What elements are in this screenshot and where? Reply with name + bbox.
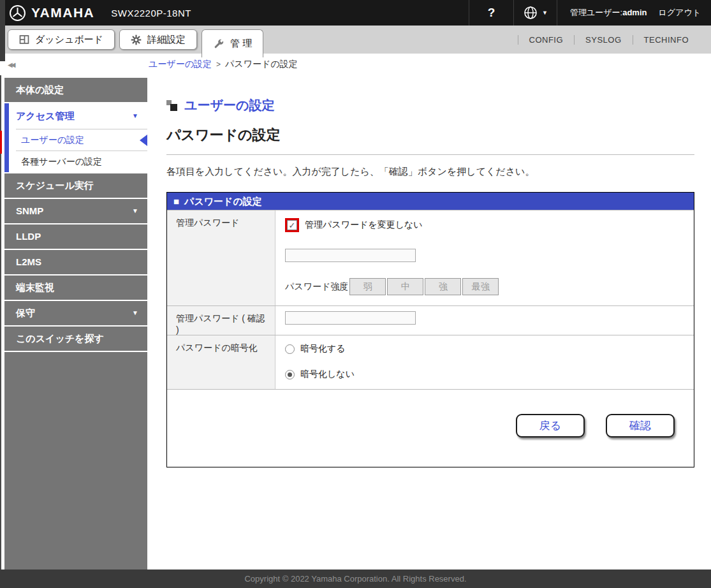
tab-bar: ダッシュボード 詳細設定 管 理 CONFIG SYSL xyxy=(0,26,711,54)
caret-down-icon: ▼ xyxy=(132,103,138,129)
sidebar-highlight-marker xyxy=(0,131,2,154)
strength-level-strong: 強 xyxy=(425,278,461,295)
section-bullet-icon xyxy=(166,100,177,111)
footer-bar: Copyright © 2022 Yamaha Corporation. All… xyxy=(0,570,711,588)
sidebar-item-l2ms[interactable]: L2MS xyxy=(4,250,147,274)
sidebar-item-find-this-switch[interactable]: このスイッチを探す xyxy=(4,327,147,351)
confirm-password-label: 管理パスワード ( 確認 ) xyxy=(167,306,275,335)
syslog-link[interactable]: SYSLOG xyxy=(575,35,632,45)
password-settings-form: ■ パスワードの設定 管理パスワード 管理パスワードを変更しない パスワード強度 xyxy=(166,192,694,467)
section-heading-link[interactable]: ユーザーの設定 xyxy=(166,97,694,114)
header-bullet: ■ xyxy=(173,193,179,210)
help-button[interactable]: ? xyxy=(469,0,513,26)
sidebar-group-access-management: アクセス管理 ▼ ユーザーの設定 各種サーバーの設定 xyxy=(4,103,147,172)
no-encrypt-radio-label: 暗号化しない xyxy=(300,369,355,380)
back-button[interactable]: 戻る xyxy=(516,414,585,437)
sidebar-nav: 本体の設定 アクセス管理 ▼ ユーザーの設定 各種サーバーの設定 スケジュール実… xyxy=(0,75,147,570)
breadcrumb-bar: ◀◀ ユーザーの設定>パスワードの設定 xyxy=(0,54,711,75)
sidebar-item-terminal-monitoring[interactable]: 端末監視 xyxy=(4,276,147,300)
yamaha-logo: YAMAHA xyxy=(0,0,94,26)
strength-level-medium: 中 xyxy=(387,278,423,295)
sidebar-item-maintenance[interactable]: 保守 ▼ xyxy=(4,301,147,325)
tab-label: ダッシュボード xyxy=(35,34,103,46)
copyright-text: Copyright © 2022 Yamaha Corporation. All… xyxy=(244,574,466,584)
sidebar-filler xyxy=(4,352,147,570)
sidebar-item-label: 各種サーバーの設定 xyxy=(21,156,102,166)
form-section-title: パスワードの設定 xyxy=(184,193,262,210)
tab-advanced-settings[interactable]: 詳細設定 xyxy=(119,29,197,50)
techinfo-link[interactable]: TECHINFO xyxy=(633,35,700,45)
confirm-button[interactable]: 確認 xyxy=(606,414,675,437)
encrypt-radio-label: 暗号化する xyxy=(300,343,346,355)
admin-password-input[interactable] xyxy=(285,249,416,262)
encrypt-option[interactable]: 暗号化する xyxy=(285,343,694,355)
no-encrypt-radio[interactable] xyxy=(285,370,295,379)
password-encryption-content: 暗号化する 暗号化しない xyxy=(275,335,694,389)
sidebar-item-label: アクセス管理 xyxy=(16,110,74,121)
brand-name: YAMAHA xyxy=(31,5,94,20)
tab-label: 詳細設定 xyxy=(147,34,186,46)
form-button-area: 戻る 確認 xyxy=(167,389,694,467)
sidebar-item-schedule[interactable]: スケジュール実行 xyxy=(4,173,147,198)
yamaha-tuning-forks-icon xyxy=(9,4,26,22)
breadcrumb-parent-link[interactable]: ユーザーの設定 xyxy=(149,59,212,69)
sidebar-item-label: 本体の設定 xyxy=(16,84,64,95)
left-edge-strip xyxy=(0,0,5,61)
collapse-sidebar-icon[interactable]: ◀◀ xyxy=(8,61,13,68)
admin-password-label: 管理パスワード xyxy=(167,210,275,305)
sidebar-item-label: このスイッチを探す xyxy=(16,333,104,344)
breadcrumb-current: パスワードの設定 xyxy=(225,59,298,69)
config-link[interactable]: CONFIG xyxy=(518,35,575,45)
strength-level-strongest: 最強 xyxy=(462,278,499,295)
sidebar-item-access-management[interactable]: アクセス管理 ▼ xyxy=(4,103,147,129)
sidebar-item-label: 保守 xyxy=(16,307,35,318)
instruction-text: 各項目を入力してください。入力が完了したら、「確認」ボタンを押してください。 xyxy=(166,166,694,178)
encrypt-radio[interactable] xyxy=(285,344,295,354)
gear-icon xyxy=(131,34,142,45)
caret-down-icon: ▼ xyxy=(132,301,138,325)
wrench-icon xyxy=(213,38,224,50)
sidebar-item-lldp[interactable]: LLDP xyxy=(4,224,147,249)
sidebar-item-label: LLDP xyxy=(16,231,41,242)
tab-label: 管 理 xyxy=(230,38,252,50)
sidebar-item-user-settings[interactable]: ユーザーの設定 xyxy=(4,129,147,151)
top-bar: YAMAHA SWX2220P-18NT ? ▼ 管理ユーザー:admin ログ… xyxy=(0,0,711,26)
confirm-password-content xyxy=(275,306,694,335)
section-heading-label: ユーザーの設定 xyxy=(184,97,274,114)
tab-management[interactable]: 管 理 xyxy=(202,29,263,57)
sidebar-item-server-settings[interactable]: 各種サーバーの設定 xyxy=(4,151,147,172)
logged-in-user: 管理ユーザー:admin xyxy=(570,7,647,18)
sidebar-item-system-settings[interactable]: 本体の設定 xyxy=(4,78,147,102)
language-button[interactable]: ▼ xyxy=(513,0,557,26)
password-encryption-row: パスワードの暗号化 暗号化する 暗号化しない xyxy=(167,335,694,389)
breadcrumb: ユーザーの設定>パスワードの設定 xyxy=(149,59,298,70)
logout-link[interactable]: ログアウト xyxy=(658,7,701,18)
quick-links: CONFIG SYSLOG TECHINFO xyxy=(518,26,711,54)
sidebar-item-snmp[interactable]: SNMP ▼ xyxy=(4,199,147,223)
sidebar-item-label: スケジュール実行 xyxy=(16,180,94,191)
sidebar-item-label: L2MS xyxy=(16,256,41,267)
no-change-checkbox[interactable] xyxy=(287,220,297,230)
strength-level-weak: 弱 xyxy=(349,278,386,295)
user-prefix: 管理ユーザー: xyxy=(570,8,622,17)
globe-icon xyxy=(523,5,538,20)
dashboard-icon xyxy=(19,34,29,45)
caret-down-icon: ▼ xyxy=(542,10,548,16)
sidebar-item-label: SNMP xyxy=(16,205,43,216)
password-strength-label: パスワード強度 xyxy=(285,281,348,293)
tab-dashboard[interactable]: ダッシュボード xyxy=(8,29,115,50)
no-change-checkbox-label[interactable]: 管理パスワードを変更しない xyxy=(305,219,423,231)
caret-down-icon: ▼ xyxy=(132,199,138,223)
user-name: admin xyxy=(622,8,647,17)
breadcrumb-separator: > xyxy=(216,60,221,69)
admin-password-row: 管理パスワード 管理パスワードを変更しない パスワード強度 弱 中 強 xyxy=(167,210,694,305)
confirm-password-row: 管理パスワード ( 確認 ) xyxy=(167,305,694,335)
confirm-password-input[interactable] xyxy=(285,311,416,325)
device-model: SWX2220P-18NT xyxy=(111,0,469,26)
no-change-check-line: 管理パスワードを変更しない xyxy=(285,218,694,232)
password-encryption-label: パスワードの暗号化 xyxy=(167,335,275,389)
no-encrypt-option[interactable]: 暗号化しない xyxy=(285,369,694,380)
main-content: ユーザーの設定 パスワードの設定 各項目を入力してください。入力が完了したら、「… xyxy=(147,75,711,570)
sidebar-item-label: 端末監視 xyxy=(16,282,54,293)
page-body: 本体の設定 アクセス管理 ▼ ユーザーの設定 各種サーバーの設定 スケジュール実… xyxy=(0,75,711,570)
